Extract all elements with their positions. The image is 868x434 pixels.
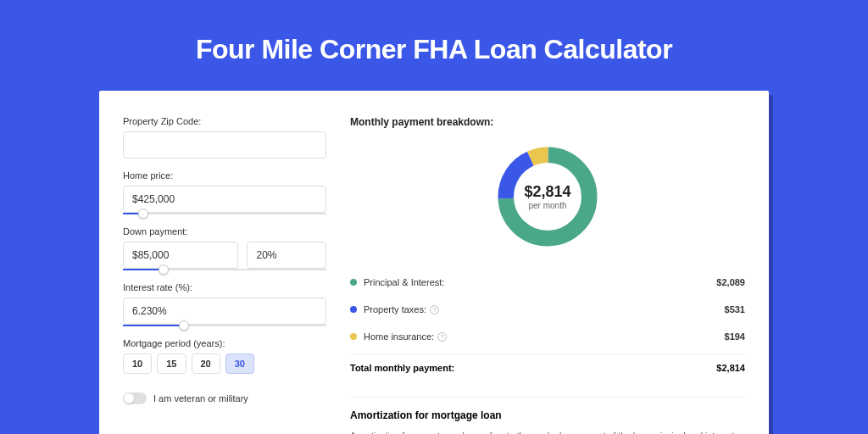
zip-input[interactable] bbox=[123, 131, 326, 159]
form-panel: Property Zip Code: Home price: Down paym… bbox=[123, 116, 326, 434]
down-payment-pct-input[interactable] bbox=[247, 242, 326, 269]
breakdown-panel: Monthly payment breakdown: $2,814 per mo… bbox=[350, 116, 745, 434]
period-group: 10 15 20 30 bbox=[123, 353, 326, 374]
calculator-card: Property Zip Code: Home price: Down paym… bbox=[99, 91, 769, 434]
toggle-knob bbox=[124, 393, 134, 403]
donut-amount: $2,814 bbox=[524, 183, 570, 201]
period-15-button[interactable]: 15 bbox=[157, 353, 186, 374]
amortization-text: Amortization for a mortgage loan refers … bbox=[350, 430, 745, 434]
zip-label: Property Zip Code: bbox=[123, 116, 326, 126]
home-price-slider[interactable] bbox=[123, 213, 326, 214]
divider bbox=[350, 397, 745, 398]
donut-chart: $2,814 per month bbox=[492, 142, 603, 252]
info-icon[interactable]: ? bbox=[430, 305, 439, 314]
legend-value: $531 bbox=[725, 304, 745, 314]
legend-value: $194 bbox=[725, 331, 745, 342]
slider-thumb[interactable] bbox=[179, 320, 189, 331]
home-price-input[interactable] bbox=[123, 186, 326, 213]
donut-sub: per month bbox=[528, 201, 566, 210]
veteran-toggle[interactable] bbox=[123, 392, 147, 404]
breakdown-title: Monthly payment breakdown: bbox=[350, 116, 745, 128]
interest-input[interactable] bbox=[123, 298, 326, 325]
total-row: Total monthly payment: $2,814 bbox=[350, 353, 745, 381]
home-price-label: Home price: bbox=[123, 170, 326, 181]
legend-row-taxes: Property taxes: ? $531 bbox=[350, 296, 745, 323]
interest-label: Interest rate (%): bbox=[123, 282, 326, 292]
period-30-button[interactable]: 30 bbox=[225, 353, 254, 374]
slider-thumb[interactable] bbox=[138, 209, 148, 219]
amortization-title: Amortization for mortgage loan bbox=[350, 409, 745, 421]
down-payment-input[interactable] bbox=[123, 242, 238, 269]
down-payment-slider[interactable] bbox=[123, 269, 326, 270]
period-20-button[interactable]: 20 bbox=[192, 353, 220, 374]
total-value: $2,814 bbox=[716, 363, 745, 373]
legend-row-insurance: Home insurance: ? $194 bbox=[350, 323, 745, 350]
interest-slider[interactable] bbox=[123, 325, 326, 326]
legend-label: Property taxes: ? bbox=[364, 304, 725, 314]
down-payment-label: Down payment: bbox=[123, 226, 326, 236]
legend-label: Home insurance: ? bbox=[364, 331, 725, 342]
legend-value: $2,089 bbox=[716, 277, 745, 287]
dot-icon bbox=[350, 333, 357, 340]
period-label: Mortgage period (years): bbox=[123, 338, 326, 348]
veteran-label: I am veteran or military bbox=[153, 393, 248, 403]
dot-icon bbox=[350, 306, 357, 313]
period-10-button[interactable]: 10 bbox=[123, 353, 152, 374]
page-title: Four Mile Corner FHA Loan Calculator bbox=[0, 34, 868, 65]
slider-thumb[interactable] bbox=[159, 264, 169, 275]
legend-label: Principal & Interest: bbox=[364, 277, 716, 287]
total-label: Total monthly payment: bbox=[350, 363, 716, 373]
info-icon[interactable]: ? bbox=[437, 332, 447, 342]
dot-icon bbox=[350, 279, 357, 286]
legend-row-principal: Principal & Interest: $2,089 bbox=[350, 269, 745, 296]
